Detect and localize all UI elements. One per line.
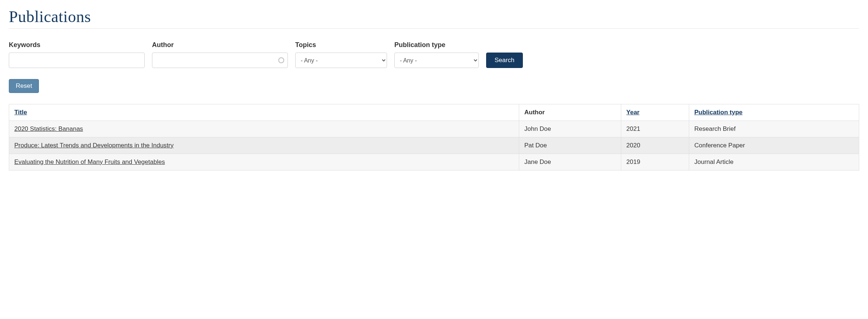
pubtype-select[interactable]: - Any - <box>394 53 479 68</box>
row-year: 2021 <box>621 121 689 137</box>
table-row: 2020 Statistics: Bananas John Doe 2021 R… <box>9 121 859 137</box>
filter-row: Keywords Author Topics - Any - Publicati… <box>9 41 859 68</box>
reset-button[interactable]: Reset <box>9 79 39 93</box>
sort-year-link[interactable]: Year <box>626 109 640 116</box>
row-pubtype: Research Brief <box>689 121 859 137</box>
filter-keywords: Keywords <box>9 41 145 68</box>
keywords-label: Keywords <box>9 41 145 49</box>
row-author: Pat Doe <box>519 137 621 154</box>
sort-title-link[interactable]: Title <box>14 109 27 116</box>
keywords-input[interactable] <box>9 53 145 68</box>
page-title: Publications <box>9 7 859 26</box>
divider <box>9 28 859 29</box>
row-author: John Doe <box>519 121 621 137</box>
row-year: 2020 <box>621 137 689 154</box>
table-header-row: Title Author Year Publication type <box>9 104 859 121</box>
search-button[interactable]: Search <box>486 53 523 68</box>
filter-pubtype: Publication type - Any - <box>394 41 479 68</box>
row-pubtype: Journal Article <box>689 154 859 171</box>
filter-author: Author <box>152 41 288 68</box>
header-author: Author <box>519 104 621 121</box>
row-title-link[interactable]: Produce: Latest Trends and Developments … <box>14 142 174 149</box>
autocomplete-spinner-icon <box>278 57 284 63</box>
pubtype-label: Publication type <box>394 41 479 49</box>
table-row: Evaluating the Nutrition of Many Fruits … <box>9 154 859 171</box>
author-input[interactable] <box>152 53 288 68</box>
filter-topics: Topics - Any - <box>295 41 387 68</box>
topics-select[interactable]: - Any - <box>295 53 387 68</box>
row-pubtype: Conference Paper <box>689 137 859 154</box>
author-label: Author <box>152 41 288 49</box>
topics-label: Topics <box>295 41 387 49</box>
row-year: 2019 <box>621 154 689 171</box>
results-table: Title Author Year Publication type 2020 … <box>9 104 859 171</box>
row-title-link[interactable]: 2020 Statistics: Bananas <box>14 125 83 132</box>
row-author: Jane Doe <box>519 154 621 171</box>
table-row: Produce: Latest Trends and Developments … <box>9 137 859 154</box>
row-title-link[interactable]: Evaluating the Nutrition of Many Fruits … <box>14 158 165 165</box>
sort-pubtype-link[interactable]: Publication type <box>694 109 742 116</box>
